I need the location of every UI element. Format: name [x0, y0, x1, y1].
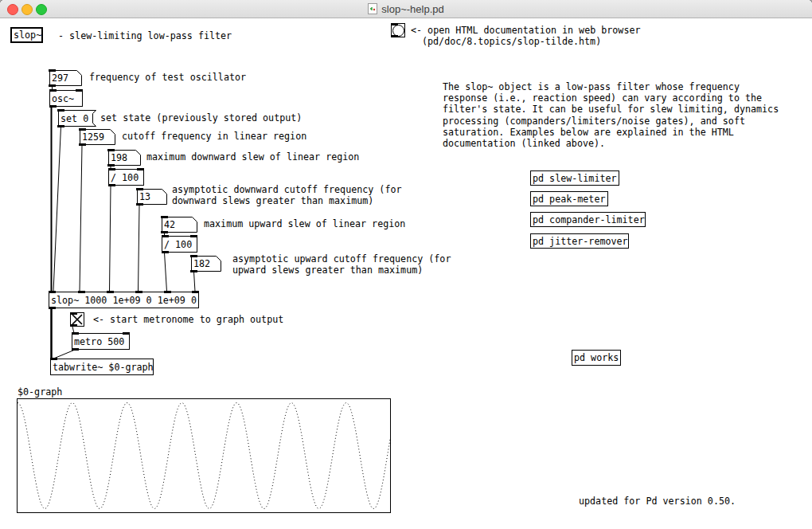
inlet-nub[interactable] — [76, 89, 83, 92]
message-text: set 0 — [61, 113, 88, 124]
outlet-nub[interactable] — [108, 184, 115, 186]
object-box-slop: slop~ 1000 1e+09 0 1e+09 0 — [49, 292, 199, 308]
inlet-nub[interactable] — [192, 291, 199, 293]
outlet-nub[interactable] — [136, 203, 143, 206]
pd-patch-window: slop~-help.pd slop~ - slew-limiting low-… — [0, 0, 812, 529]
outlet-nub[interactable] — [49, 105, 57, 108]
outlet-nub[interactable] — [190, 270, 197, 272]
number-value: 198 — [111, 152, 127, 163]
inlet-nub[interactable] — [70, 312, 77, 315]
number-box-up-slew[interactable]: 42 — [162, 217, 197, 233]
toggle-metronome[interactable] — [70, 312, 84, 327]
comment-description: The slop~ object is a low-pass filter wh… — [443, 81, 779, 149]
graph-label: $0-graph — [18, 386, 62, 398]
object-text: pd peak-meter — [533, 194, 605, 205]
message-box-set-state[interactable]: set 0 — [58, 110, 96, 127]
object-text: slop~ — [14, 29, 41, 41]
number-box-down-asymptotic[interactable]: 13 — [137, 189, 167, 205]
subpatch-peak-meter[interactable]: pd peak-meter — [530, 191, 608, 206]
array-graph[interactable] — [17, 398, 391, 513]
comment-tagline: - slew-limiting low-pass filter — [58, 30, 232, 41]
number-value: 182 — [193, 258, 210, 269]
number-value: 42 — [164, 219, 175, 230]
inlet-nub[interactable] — [79, 128, 86, 131]
comment-down-slew: maximum downward slew of linear region — [146, 151, 359, 163]
comment-frequency: frequency of test oscillator — [89, 72, 246, 83]
number-box-frequency[interactable]: 297 — [49, 70, 82, 86]
outlet-nub[interactable] — [57, 125, 64, 127]
inlet-nub[interactable] — [72, 332, 79, 335]
object-text: pd compander-limiter — [533, 214, 645, 225]
inlet-nub[interactable] — [107, 291, 114, 293]
object-text: / 100 — [111, 172, 139, 183]
comment-set-state: set state (previously stored output) — [100, 112, 302, 123]
waveform-plot — [18, 399, 390, 512]
outlet-nub[interactable] — [107, 164, 115, 167]
object-text: slop~ 1000 1e+09 0 1e+09 0 — [51, 295, 197, 306]
inlet-nub[interactable] — [49, 291, 56, 293]
number-box-up-asymptotic[interactable]: 182 — [191, 256, 221, 272]
inlet-nub[interactable] — [391, 23, 398, 25]
outlet-nub[interactable] — [72, 348, 79, 351]
inlet-nub[interactable] — [164, 291, 171, 293]
comment-down-asymptotic: asymptotic downward cutoff frequency (fo… — [172, 184, 402, 206]
object-box-divide-up: / 100 — [162, 236, 197, 253]
object-text: osc~ — [52, 93, 74, 104]
inlet-nub[interactable] — [136, 188, 143, 190]
inlet-nub[interactable] — [190, 255, 197, 257]
object-text: pd works — [574, 352, 619, 363]
inlet-nub[interactable] — [50, 358, 57, 360]
inlet-nub[interactable] — [108, 168, 115, 170]
object-box-metro: metro 500 — [72, 333, 130, 350]
comment-doc-link-1: <- open HTML documentation in web browse… — [411, 25, 641, 36]
comment-metronome: <- start metronome to graph output — [93, 314, 283, 325]
object-text: pd jitter-remover — [533, 236, 628, 247]
object-text: pd slew-limiter — [533, 173, 617, 184]
subpatch-works[interactable]: pd works — [572, 350, 621, 366]
number-value: 1259 — [82, 131, 104, 143]
number-box-down-slew[interactable]: 198 — [108, 150, 141, 166]
outlet-nub[interactable] — [70, 324, 77, 327]
comment-up-slew: maximum upward slew of linear region — [204, 218, 405, 229]
subpatch-jitter-remover[interactable]: pd jitter-remover — [530, 233, 629, 249]
inlet-nub[interactable] — [123, 332, 130, 335]
object-box-tabwrite: tabwrite~ $0-graph — [50, 359, 154, 375]
outlet-nub[interactable] — [79, 143, 86, 146]
object-text: metro 500 — [74, 336, 124, 347]
inlet-nub[interactable] — [190, 235, 197, 237]
outlet-nub[interactable] — [391, 35, 398, 37]
inlet-nub[interactable] — [49, 89, 57, 92]
inlet-nub[interactable] — [107, 149, 115, 151]
comment-cutoff: cutoff frequency in linear region — [122, 131, 306, 142]
inlet-nub[interactable] — [161, 216, 168, 218]
subpatch-slew-limiter[interactable]: pd slew-limiter — [530, 170, 619, 186]
outlet-nub[interactable] — [49, 84, 56, 87]
inlet-nub[interactable] — [162, 235, 169, 237]
object-text: tabwrite~ $0-graph — [53, 362, 154, 373]
outlet-nub[interactable] — [49, 307, 56, 309]
inlet-nub[interactable] — [78, 291, 85, 293]
inlet-nub[interactable] — [49, 69, 56, 72]
number-box-cutoff[interactable]: 1259 — [80, 129, 115, 145]
comment-up-asymptotic: asymptotic upward cutoff frequency (for … — [232, 253, 451, 276]
object-box-divide-down: / 100 — [108, 169, 144, 186]
object-box-osc: osc~ — [49, 90, 83, 107]
number-value: 13 — [139, 191, 150, 202]
number-value: 297 — [52, 72, 68, 84]
bang-open-docs[interactable] — [391, 23, 405, 37]
inlet-nub[interactable] — [137, 168, 144, 170]
comment-updated: updated for Pd version 0.50. — [579, 496, 736, 507]
inlet-nub[interactable] — [135, 291, 142, 293]
object-text: / 100 — [164, 239, 192, 250]
sine-wave-trace — [18, 403, 390, 509]
outlet-nub[interactable] — [161, 231, 168, 233]
comment-doc-link-2: (pd/doc/8.topics/slop-tilde.htm) — [422, 36, 601, 47]
outlet-nub[interactable] — [162, 251, 169, 253]
inlet-nub[interactable] — [57, 109, 64, 112]
subpatch-compander-limiter[interactable]: pd compander-limiter — [530, 212, 646, 227]
object-box-slop-header: slop~ — [10, 27, 43, 43]
